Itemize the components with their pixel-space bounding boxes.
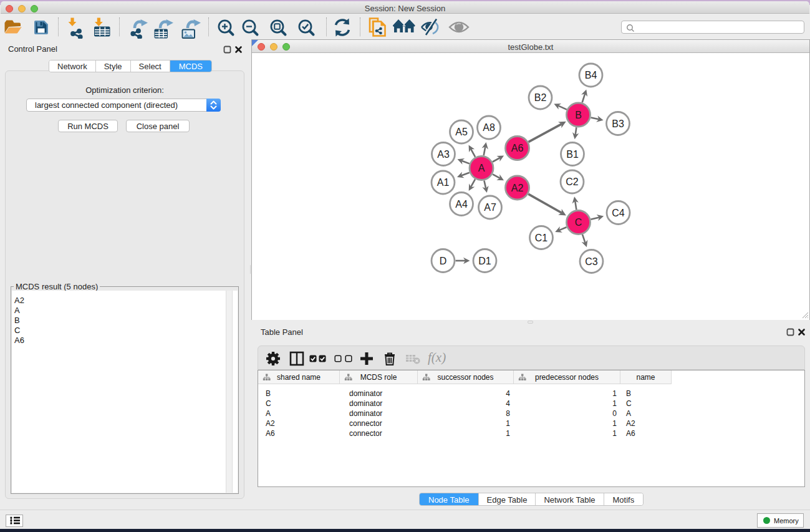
svg-text:A4: A4: [455, 199, 468, 210]
svg-text:C4: C4: [612, 208, 625, 218]
svg-text:A8: A8: [483, 122, 495, 133]
svg-text:A: A: [478, 163, 485, 173]
svg-text:B3: B3: [612, 118, 624, 129]
svg-text:B4: B4: [585, 70, 597, 80]
svg-text:B1: B1: [566, 149, 579, 160]
svg-text:C2: C2: [566, 177, 579, 187]
svg-text:D1: D1: [478, 256, 491, 266]
svg-text:A1: A1: [437, 177, 450, 188]
svg-text:B2: B2: [534, 92, 547, 103]
svg-text:C1: C1: [535, 233, 548, 243]
svg-text:A7: A7: [484, 202, 496, 213]
svg-text:A5: A5: [455, 127, 468, 137]
svg-text:A2: A2: [511, 183, 524, 193]
svg-text:A3: A3: [437, 149, 450, 160]
svg-text:D: D: [440, 256, 447, 266]
svg-text:C3: C3: [585, 256, 598, 267]
svg-text:C: C: [575, 217, 582, 228]
svg-text:B: B: [575, 110, 582, 120]
svg-text:A6: A6: [511, 143, 524, 153]
